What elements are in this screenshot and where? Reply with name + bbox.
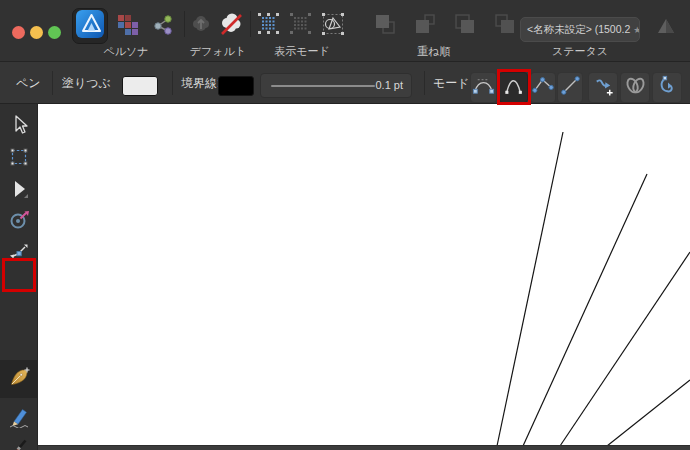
pixel-persona-button[interactable] — [112, 12, 142, 42]
link-curves-button[interactable] — [620, 72, 650, 103]
pen-mode-icon — [471, 73, 496, 102]
preview-toggle-button[interactable] — [650, 14, 682, 42]
status-group-label: ステータス — [530, 44, 630, 59]
context-toolbar: ペン 塗りつぶ 境界線: 0.1 pt モード: — [0, 62, 690, 104]
move-to-back-icon — [492, 11, 518, 41]
move-forward-button[interactable] — [412, 13, 438, 39]
divider — [184, 11, 185, 37]
top-toolbar: ペルソナ デフォルト — [0, 0, 690, 62]
minimize-button[interactable] — [30, 26, 43, 39]
modified-star-icon: ★ — [633, 25, 640, 35]
mode-label: モード: — [433, 62, 473, 104]
document-canvas[interactable] — [38, 104, 690, 450]
divider — [250, 11, 251, 37]
defaults-group-label: デフォルト — [180, 44, 256, 59]
pixel-persona-icon — [114, 12, 140, 42]
move-backward-button[interactable] — [452, 13, 478, 39]
node-tool-icon — [8, 178, 30, 204]
stroke-width-slider[interactable] — [271, 85, 375, 87]
document-title-dropdown[interactable]: <名称未設定> (1500.2 ★ — [520, 17, 640, 42]
point-transform-tool-icon — [8, 209, 30, 235]
retina-view-button[interactable] — [288, 13, 314, 39]
pixel-view-icon — [256, 11, 282, 41]
move-to-back-button[interactable] — [492, 13, 518, 39]
view-mode-group-label: 表示モード — [252, 44, 352, 59]
link-curves-icon — [623, 73, 648, 102]
reverse-curve-icon — [655, 73, 680, 102]
polygon-mode-icon — [531, 73, 556, 102]
move-forward-icon — [412, 11, 438, 41]
reverse-curve-button[interactable] — [652, 72, 682, 103]
move-to-front-icon — [372, 11, 398, 41]
divider — [52, 71, 53, 95]
move-backward-icon — [452, 11, 478, 41]
revert-defaults-icon — [216, 9, 246, 43]
fill-swatch[interactable] — [122, 76, 158, 96]
designer-persona-button[interactable] — [72, 8, 108, 44]
outline-view-button[interactable] — [320, 13, 346, 39]
export-persona-button[interactable] — [148, 12, 178, 42]
divider — [424, 71, 425, 95]
stroke-width-value: 0.1 pt — [375, 74, 403, 97]
polygon-mode-button[interactable] — [530, 72, 556, 103]
pixel-view-button[interactable] — [256, 13, 282, 39]
stroke-width-field[interactable]: 0.1 pt — [260, 73, 412, 98]
vector-brush-tool[interactable] — [0, 436, 38, 450]
pencil-tool-icon — [8, 406, 30, 432]
preview-triangle-icon — [652, 13, 680, 43]
add-to-curve-icon — [591, 73, 616, 102]
move-tool[interactable] — [0, 112, 38, 142]
sync-defaults-icon — [188, 11, 214, 41]
artboard-tool[interactable] — [0, 144, 38, 174]
sync-defaults-button[interactable] — [188, 13, 214, 39]
pen-tool-icon — [8, 366, 30, 392]
stroke-label: 境界線: — [181, 62, 220, 104]
smart-mode-icon — [501, 73, 526, 102]
zoom-button[interactable] — [48, 26, 61, 39]
divider — [172, 71, 173, 95]
line-mode-icon — [558, 73, 583, 102]
revert-defaults-button[interactable] — [216, 11, 246, 41]
pencil-tool[interactable] — [0, 404, 38, 434]
close-button[interactable] — [12, 26, 25, 39]
pen-mode-button[interactable] — [470, 72, 497, 103]
document-title: <名称未設定> (1500.2 — [527, 23, 630, 37]
smart-mode-button[interactable] — [499, 72, 528, 103]
retina-view-icon — [288, 11, 314, 41]
pen-tool[interactable] — [0, 360, 38, 398]
drawn-lines — [38, 104, 690, 450]
tools-panel — [0, 104, 38, 450]
designer-persona-icon — [75, 9, 105, 43]
arrange-group-label: 重ね順 — [384, 44, 484, 59]
add-to-curve-button[interactable] — [588, 72, 618, 103]
vector-brush-tool-icon — [8, 438, 30, 450]
node-tool[interactable] — [0, 176, 38, 206]
contour-tool[interactable] — [0, 237, 38, 267]
app-window: ペルソナ デフォルト — [0, 0, 690, 450]
point-transform-tool[interactable] — [0, 207, 38, 237]
move-to-front-button[interactable] — [372, 13, 398, 39]
contour-tool-icon — [8, 239, 30, 265]
move-tool-icon — [8, 114, 30, 140]
stroke-swatch[interactable] — [218, 76, 254, 96]
line-mode-button[interactable] — [557, 72, 583, 103]
export-persona-icon — [150, 12, 176, 42]
outline-view-icon — [320, 11, 346, 41]
pasteboard-edge — [38, 445, 690, 450]
current-tool-label: ペン — [16, 62, 41, 104]
fill-label: 塗りつぶ — [62, 62, 111, 104]
artboard-tool-icon — [8, 146, 30, 172]
persona-group-label: ペルソナ — [72, 44, 180, 59]
